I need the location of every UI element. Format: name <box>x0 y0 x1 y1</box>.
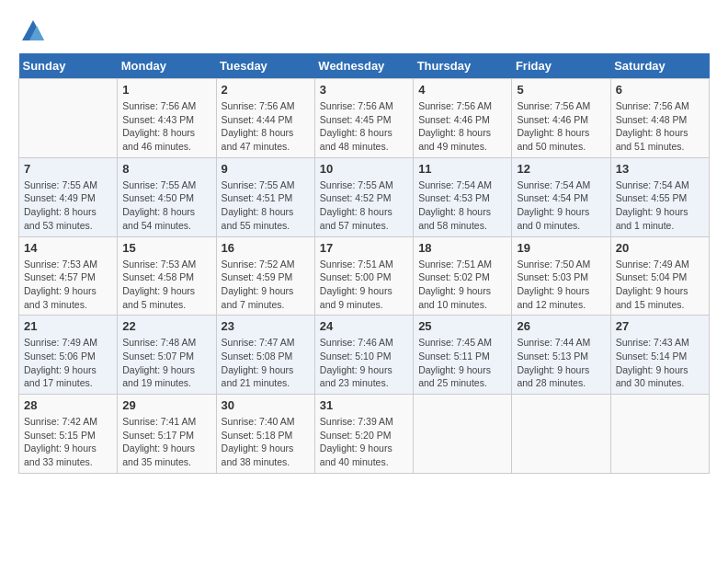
day-number: 25 <box>418 319 506 333</box>
day-info: Sunrise: 7:40 AMSunset: 5:18 PMDaylight:… <box>222 415 310 469</box>
weekday-thursday: Thursday <box>414 53 512 79</box>
weekday-tuesday: Tuesday <box>216 53 314 79</box>
calendar-table: SundayMondayTuesdayWednesdayThursdayFrid… <box>18 53 710 474</box>
day-number: 11 <box>418 162 506 176</box>
logo-icon <box>20 18 46 44</box>
day-number: 3 <box>320 83 408 97</box>
day-info: Sunrise: 7:53 AMSunset: 4:57 PMDaylight:… <box>24 258 112 312</box>
calendar-week-2: 7Sunrise: 7:55 AMSunset: 4:49 PMDaylight… <box>19 157 710 236</box>
calendar-header: SundayMondayTuesdayWednesdayThursdayFrid… <box>19 53 710 79</box>
calendar-cell: 28Sunrise: 7:42 AMSunset: 5:15 PMDayligh… <box>19 395 118 474</box>
calendar-cell <box>610 395 709 474</box>
calendar-cell: 2Sunrise: 7:56 AMSunset: 4:44 PMDaylight… <box>216 79 314 158</box>
calendar-cell <box>414 395 512 474</box>
calendar-cell: 17Sunrise: 7:51 AMSunset: 5:00 PMDayligh… <box>314 236 413 316</box>
calendar-cell <box>19 79 118 158</box>
calendar-cell: 7Sunrise: 7:55 AMSunset: 4:49 PMDaylight… <box>19 157 118 236</box>
calendar-cell: 19Sunrise: 7:50 AMSunset: 5:03 PMDayligh… <box>512 236 610 316</box>
calendar-week-4: 21Sunrise: 7:49 AMSunset: 5:06 PMDayligh… <box>19 316 710 395</box>
calendar-cell: 27Sunrise: 7:43 AMSunset: 5:14 PMDayligh… <box>610 316 709 395</box>
calendar-cell: 9Sunrise: 7:55 AMSunset: 4:51 PMDaylight… <box>216 157 314 236</box>
calendar-week-5: 28Sunrise: 7:42 AMSunset: 5:15 PMDayligh… <box>19 395 710 474</box>
calendar-cell: 11Sunrise: 7:54 AMSunset: 4:53 PMDayligh… <box>414 157 512 236</box>
calendar-cell: 21Sunrise: 7:49 AMSunset: 5:06 PMDayligh… <box>19 316 118 395</box>
calendar-cell: 29Sunrise: 7:41 AMSunset: 5:17 PMDayligh… <box>118 395 216 474</box>
day-number: 12 <box>517 162 605 176</box>
day-number: 7 <box>24 162 112 176</box>
day-number: 1 <box>122 83 210 97</box>
calendar-week-3: 14Sunrise: 7:53 AMSunset: 4:57 PMDayligh… <box>19 236 710 316</box>
day-number: 23 <box>222 319 310 333</box>
day-info: Sunrise: 7:43 AMSunset: 5:14 PMDaylight:… <box>616 336 704 390</box>
page-header <box>18 18 710 44</box>
day-number: 29 <box>122 398 210 412</box>
calendar-cell: 8Sunrise: 7:55 AMSunset: 4:50 PMDaylight… <box>118 157 216 236</box>
day-info: Sunrise: 7:55 AMSunset: 4:52 PMDaylight:… <box>320 178 408 233</box>
day-info: Sunrise: 7:41 AMSunset: 5:17 PMDaylight:… <box>122 415 210 469</box>
day-info: Sunrise: 7:54 AMSunset: 4:54 PMDaylight:… <box>517 178 605 233</box>
day-info: Sunrise: 7:49 AMSunset: 5:04 PMDaylight:… <box>616 258 704 312</box>
calendar-cell: 10Sunrise: 7:55 AMSunset: 4:52 PMDayligh… <box>314 157 413 236</box>
day-number: 31 <box>320 398 408 412</box>
calendar-cell: 5Sunrise: 7:56 AMSunset: 4:46 PMDaylight… <box>512 79 610 158</box>
day-info: Sunrise: 7:44 AMSunset: 5:13 PMDaylight:… <box>517 336 605 390</box>
day-info: Sunrise: 7:39 AMSunset: 5:20 PMDaylight:… <box>320 415 408 469</box>
day-info: Sunrise: 7:54 AMSunset: 4:55 PMDaylight:… <box>616 178 704 233</box>
day-number: 22 <box>122 319 210 333</box>
day-info: Sunrise: 7:54 AMSunset: 4:53 PMDaylight:… <box>418 178 506 233</box>
day-info: Sunrise: 7:55 AMSunset: 4:51 PMDaylight:… <box>222 178 310 233</box>
calendar-week-1: 1Sunrise: 7:56 AMSunset: 4:43 PMDaylight… <box>19 79 710 158</box>
day-number: 15 <box>122 241 210 255</box>
calendar-cell: 6Sunrise: 7:56 AMSunset: 4:48 PMDaylight… <box>610 79 709 158</box>
day-number: 13 <box>616 162 704 176</box>
day-info: Sunrise: 7:56 AMSunset: 4:46 PMDaylight:… <box>418 99 506 154</box>
day-number: 30 <box>222 398 310 412</box>
calendar-cell: 20Sunrise: 7:49 AMSunset: 5:04 PMDayligh… <box>610 236 709 316</box>
weekday-header-row: SundayMondayTuesdayWednesdayThursdayFrid… <box>19 53 710 79</box>
day-info: Sunrise: 7:55 AMSunset: 4:50 PMDaylight:… <box>122 178 210 233</box>
day-info: Sunrise: 7:56 AMSunset: 4:48 PMDaylight:… <box>616 99 704 154</box>
day-number: 4 <box>418 83 506 97</box>
calendar-body: 1Sunrise: 7:56 AMSunset: 4:43 PMDaylight… <box>19 79 710 474</box>
day-number: 5 <box>517 83 605 97</box>
day-number: 8 <box>122 162 210 176</box>
logo <box>18 18 46 44</box>
day-info: Sunrise: 7:49 AMSunset: 5:06 PMDaylight:… <box>24 336 112 390</box>
calendar-cell: 25Sunrise: 7:45 AMSunset: 5:11 PMDayligh… <box>414 316 512 395</box>
weekday-wednesday: Wednesday <box>314 53 413 79</box>
day-info: Sunrise: 7:51 AMSunset: 5:02 PMDaylight:… <box>418 258 506 312</box>
day-number: 14 <box>24 241 112 255</box>
weekday-monday: Monday <box>118 53 216 79</box>
calendar-cell: 1Sunrise: 7:56 AMSunset: 4:43 PMDaylight… <box>118 79 216 158</box>
calendar-cell: 14Sunrise: 7:53 AMSunset: 4:57 PMDayligh… <box>19 236 118 316</box>
calendar-cell: 24Sunrise: 7:46 AMSunset: 5:10 PMDayligh… <box>314 316 413 395</box>
day-info: Sunrise: 7:51 AMSunset: 5:00 PMDaylight:… <box>320 258 408 312</box>
day-info: Sunrise: 7:42 AMSunset: 5:15 PMDaylight:… <box>24 415 112 469</box>
weekday-saturday: Saturday <box>610 53 709 79</box>
day-info: Sunrise: 7:52 AMSunset: 4:59 PMDaylight:… <box>222 258 310 312</box>
calendar-cell: 23Sunrise: 7:47 AMSunset: 5:08 PMDayligh… <box>216 316 314 395</box>
calendar-cell: 12Sunrise: 7:54 AMSunset: 4:54 PMDayligh… <box>512 157 610 236</box>
day-info: Sunrise: 7:46 AMSunset: 5:10 PMDaylight:… <box>320 336 408 390</box>
day-info: Sunrise: 7:56 AMSunset: 4:46 PMDaylight:… <box>517 99 605 154</box>
day-info: Sunrise: 7:55 AMSunset: 4:49 PMDaylight:… <box>24 178 112 233</box>
day-number: 19 <box>517 241 605 255</box>
day-number: 9 <box>222 162 310 176</box>
day-number: 28 <box>24 398 112 412</box>
calendar-cell: 22Sunrise: 7:48 AMSunset: 5:07 PMDayligh… <box>118 316 216 395</box>
day-info: Sunrise: 7:56 AMSunset: 4:45 PMDaylight:… <box>320 99 408 154</box>
calendar-cell: 4Sunrise: 7:56 AMSunset: 4:46 PMDaylight… <box>414 79 512 158</box>
day-number: 18 <box>418 241 506 255</box>
calendar-cell: 3Sunrise: 7:56 AMSunset: 4:45 PMDaylight… <box>314 79 413 158</box>
day-number: 20 <box>616 241 704 255</box>
calendar-cell <box>512 395 610 474</box>
day-number: 10 <box>320 162 408 176</box>
calendar-cell: 13Sunrise: 7:54 AMSunset: 4:55 PMDayligh… <box>610 157 709 236</box>
day-info: Sunrise: 7:48 AMSunset: 5:07 PMDaylight:… <box>122 336 210 390</box>
calendar-cell: 31Sunrise: 7:39 AMSunset: 5:20 PMDayligh… <box>314 395 413 474</box>
day-info: Sunrise: 7:56 AMSunset: 4:44 PMDaylight:… <box>222 99 310 154</box>
day-info: Sunrise: 7:47 AMSunset: 5:08 PMDaylight:… <box>222 336 310 390</box>
day-info: Sunrise: 7:45 AMSunset: 5:11 PMDaylight:… <box>418 336 506 390</box>
day-info: Sunrise: 7:50 AMSunset: 5:03 PMDaylight:… <box>517 258 605 312</box>
day-number: 26 <box>517 319 605 333</box>
